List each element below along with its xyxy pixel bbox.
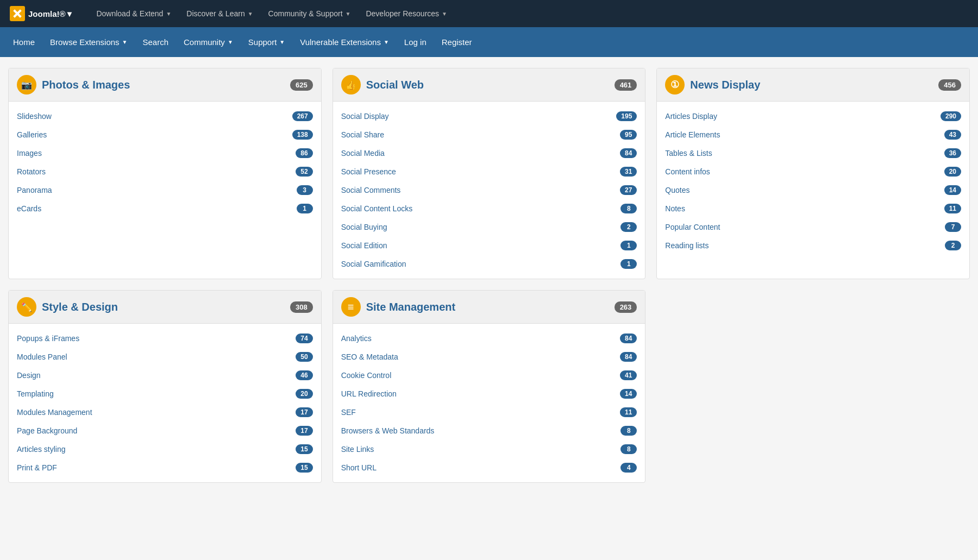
category-item-link-1-4[interactable]: Social Comments <box>341 186 401 194</box>
category-title-news-display[interactable]: News Display <box>690 79 760 91</box>
category-item-row: Rotators52 <box>9 162 321 181</box>
brand-logo[interactable]: Joomla!® ▼ <box>5 6 78 21</box>
category-header-left-site-management: Site Management <box>341 297 455 317</box>
top-nav-item-2[interactable]: Community & Support ▼ <box>261 0 359 27</box>
category-item-link-3-1[interactable]: Modules Panel <box>17 353 67 361</box>
category-item-row: Modules Panel50 <box>9 348 321 366</box>
category-count-style-design: 308 <box>290 301 313 313</box>
category-item-link-2-1[interactable]: Article Elements <box>665 130 720 139</box>
second-nav-item-1[interactable]: Browse Extensions ▼ <box>42 27 135 57</box>
category-item-link-2-7[interactable]: Reading lists <box>665 241 709 250</box>
category-item-link-4-3[interactable]: URL Redirection <box>341 389 397 398</box>
category-item-row: Print & PDF15 <box>9 458 321 477</box>
category-item-row: Social Media84 <box>333 144 645 162</box>
category-item-link-0-3[interactable]: Rotators <box>17 167 46 176</box>
category-item-link-3-7[interactable]: Print & PDF <box>17 463 57 472</box>
category-item-link-3-5[interactable]: Page Background <box>17 426 77 435</box>
item-count-badge-1-2: 84 <box>620 148 637 158</box>
category-item-link-4-4[interactable]: SEF <box>341 408 356 417</box>
category-item-link-4-7[interactable]: Short URL <box>341 463 377 472</box>
item-count-badge-1-8: 1 <box>620 259 637 269</box>
second-nav-item-6[interactable]: Log in <box>397 27 434 57</box>
second-nav-item-0[interactable]: Home <box>5 27 42 57</box>
item-count-badge-1-6: 2 <box>620 222 637 232</box>
category-item-row: Articles Display290 <box>657 107 969 125</box>
category-item-row: Panorama3 <box>9 181 321 199</box>
second-nav-item-5[interactable]: Vulnerable Extensions ▼ <box>292 27 397 57</box>
category-item-link-3-4[interactable]: Modules Management <box>17 408 92 417</box>
item-count-badge-4-4: 11 <box>620 407 637 417</box>
category-header-left-photos: Photos & Images <box>17 75 130 95</box>
icon-news <box>670 79 679 91</box>
category-item-link-2-3[interactable]: Content infos <box>665 167 710 176</box>
category-item-row: Design46 <box>9 366 321 385</box>
category-items-news-display: Articles Display290Article Elements43Tab… <box>657 102 969 260</box>
category-items-photos: Slideshow267Galleries138Images86Rotators… <box>9 102 321 223</box>
category-item-link-0-2[interactable]: Images <box>17 149 42 158</box>
category-title-social-web[interactable]: Social Web <box>366 79 424 91</box>
item-count-badge-4-2: 41 <box>620 370 637 380</box>
top-nav-item-1[interactable]: Discover & Learn ▼ <box>179 0 260 27</box>
category-item-link-1-5[interactable]: Social Content Locks <box>341 204 413 213</box>
category-item-link-3-6[interactable]: Articles styling <box>17 445 65 454</box>
category-title-style-design[interactable]: Style & Design <box>42 301 118 313</box>
category-item-link-4-5[interactable]: Browsers & Web Standards <box>341 426 435 435</box>
category-item-link-1-7[interactable]: Social Edition <box>341 241 387 250</box>
category-title-site-management[interactable]: Site Management <box>366 301 455 313</box>
category-item-row: Popups & iFrames74 <box>9 329 321 348</box>
category-item-link-0-5[interactable]: eCards <box>17 204 41 213</box>
category-title-photos[interactable]: Photos & Images <box>42 79 130 91</box>
category-item-row: Short URL4 <box>333 458 645 477</box>
item-count-badge-0-2: 86 <box>296 148 312 158</box>
category-item-row: Galleries138 <box>9 125 321 144</box>
category-item-link-3-2[interactable]: Design <box>17 371 41 380</box>
item-count-badge-2-5: 11 <box>944 204 961 213</box>
item-count-badge-4-7: 4 <box>620 463 637 473</box>
category-item-link-4-1[interactable]: SEO & Metadata <box>341 353 398 361</box>
category-items-style-design: Popups & iFrames74Modules Panel50Design4… <box>9 324 321 482</box>
category-item-link-1-6[interactable]: Social Buying <box>341 223 387 231</box>
icon-style <box>21 302 32 312</box>
category-card-photos: Photos & Images625Slideshow267Galleries1… <box>8 68 322 279</box>
top-nav-item-0[interactable]: Download & Extend ▼ <box>89 0 179 27</box>
second-nav-item-3[interactable]: Community ▼ <box>176 27 241 57</box>
icon-news-icon <box>665 75 685 95</box>
top-nav-item-3[interactable]: Developer Resources ▼ <box>358 0 455 27</box>
item-count-badge-0-4: 3 <box>297 185 313 195</box>
arrow-icon: ▼ <box>166 11 171 17</box>
arrow-icon: ▼ <box>346 11 351 17</box>
category-item-link-1-1[interactable]: Social Share <box>341 130 384 139</box>
item-count-badge-3-3: 20 <box>296 389 312 399</box>
category-item-row: Social Gamification1 <box>333 255 645 273</box>
second-nav-item-2[interactable]: Search <box>135 27 176 57</box>
category-item-link-4-2[interactable]: Cookie Control <box>341 371 392 380</box>
category-item-link-0-0[interactable]: Slideshow <box>17 112 52 121</box>
category-item-link-2-6[interactable]: Popular Content <box>665 223 720 231</box>
category-item-link-2-5[interactable]: Notes <box>665 204 685 213</box>
item-count-badge-3-4: 17 <box>296 407 312 417</box>
category-item-link-0-1[interactable]: Galleries <box>17 130 47 139</box>
category-item-link-0-4[interactable]: Panorama <box>17 186 52 194</box>
category-header-left-news-display: News Display <box>665 75 760 95</box>
second-nav-item-7[interactable]: Register <box>434 27 480 57</box>
item-count-badge-4-6: 8 <box>620 444 637 454</box>
second-nav-item-4[interactable]: Support ▼ <box>241 27 292 57</box>
category-item-row: Social Content Locks8 <box>333 199 645 218</box>
category-item-row: Tables & Lists36 <box>657 144 969 162</box>
category-item-link-4-0[interactable]: Analytics <box>341 334 372 343</box>
category-item-link-1-0[interactable]: Social Display <box>341 112 389 121</box>
category-item-row: SEO & Metadata84 <box>333 348 645 366</box>
category-item-link-4-6[interactable]: Site Links <box>341 445 374 454</box>
category-item-link-3-0[interactable]: Popups & iFrames <box>17 334 79 343</box>
category-item-link-1-2[interactable]: Social Media <box>341 149 385 158</box>
category-item-link-2-4[interactable]: Quotes <box>665 186 689 194</box>
category-item-row: Slideshow267 <box>9 107 321 125</box>
category-item-link-3-3[interactable]: Templating <box>17 389 54 398</box>
item-count-badge-4-0: 84 <box>620 334 637 343</box>
category-item-link-1-8[interactable]: Social Gamification <box>341 260 406 268</box>
item-count-badge-0-5: 1 <box>297 204 313 213</box>
category-item-link-2-0[interactable]: Articles Display <box>665 112 717 121</box>
category-item-link-1-3[interactable]: Social Presence <box>341 167 396 176</box>
category-item-link-2-2[interactable]: Tables & Lists <box>665 149 712 158</box>
main-content: Photos & Images625Slideshow267Galleries1… <box>0 57 978 494</box>
